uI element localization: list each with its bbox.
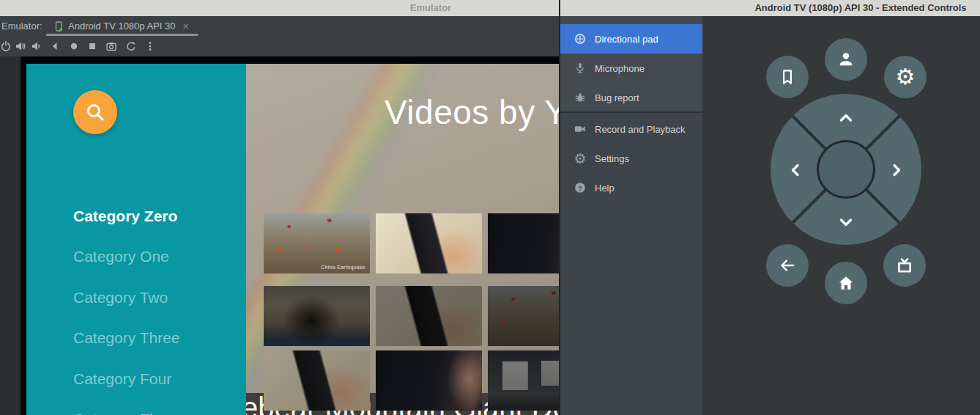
video-thumbnail[interactable]: [264, 350, 370, 411]
gear-icon: ⚙: [896, 66, 916, 88]
emulator-tab-bar: Emulator: Android TV 1080p API 30 ×: [0, 16, 560, 37]
emulator-tab[interactable]: Android TV 1080p API 30 ×: [53, 16, 198, 36]
emulator-screen-bezel: ebear Mountain Giant Double Fu... Videos…: [21, 56, 560, 415]
camera-icon: [105, 40, 117, 52]
menu-item-directional-pad[interactable]: Directional pad: [560, 24, 702, 54]
svg-text:?: ?: [578, 184, 582, 192]
category-item[interactable]: Category Four: [73, 370, 171, 388]
emulator-panel-label: Emulator:: [1, 21, 42, 32]
dpad-icon: [573, 32, 587, 46]
volume-up-icon: [15, 40, 26, 52]
category-item[interactable]: Category Three: [73, 329, 180, 347]
tv-button[interactable]: [883, 244, 926, 287]
android-tv-screen: ebear Mountain Giant Double Fu... Videos…: [26, 64, 560, 415]
extended-controls-menu: Directional pad Microphone: [560, 16, 702, 415]
volume-up-button[interactable]: [15, 40, 26, 52]
volume-down-icon: [31, 40, 42, 52]
home-button[interactable]: [825, 262, 867, 304]
chevron-up-icon: [837, 109, 855, 127]
emulator-toolbar: [0, 36, 560, 56]
dpad-down-button[interactable]: [837, 213, 855, 231]
dpad-right-button[interactable]: [888, 161, 905, 179]
bookmark-icon: [778, 67, 797, 87]
video-thumbnail[interactable]: [488, 350, 560, 411]
screenshot-button[interactable]: [105, 40, 117, 52]
video-thumbnail[interactable]: China Earthquake: [264, 213, 370, 273]
more-vert-icon: [144, 40, 156, 52]
video-thumbnail[interactable]: [264, 286, 370, 346]
back-button-remote[interactable]: [766, 244, 809, 287]
menu-divider: [560, 111, 702, 113]
bug-icon: [573, 90, 587, 105]
menu-item-help[interactable]: ? Help: [560, 173, 702, 202]
category-item[interactable]: Category Two: [73, 289, 168, 306]
video-thumbnail[interactable]: [376, 213, 482, 273]
dpad-left-button[interactable]: [787, 161, 804, 179]
rotate-icon: [125, 40, 137, 52]
menu-item-settings[interactable]: ⚙ Settings: [560, 144, 702, 173]
close-icon[interactable]: ×: [182, 21, 188, 32]
browse-title: Videos by Y: [385, 92, 560, 132]
more-button[interactable]: [144, 40, 156, 52]
category-item[interactable]: Category Zero: [73, 208, 177, 225]
bookmark-button[interactable]: [766, 56, 809, 98]
tv-icon: [894, 255, 915, 276]
chevron-left-icon: [787, 161, 804, 179]
video-thumbnail[interactable]: [376, 350, 482, 411]
person-icon: [836, 49, 856, 70]
video-thumbnail[interactable]: [376, 286, 482, 346]
emulator-window-title: Emulator: [293, 2, 568, 13]
emulator-tab-label: Android TV 1080p API 30: [68, 21, 175, 32]
dpad-up-button[interactable]: [837, 109, 855, 127]
device-icon: [53, 21, 64, 32]
extended-controls-window: Directional pad Microphone: [560, 16, 980, 415]
home-icon: [836, 273, 855, 293]
power-button[interactable]: [0, 40, 12, 52]
desktop: Emulator Android TV (1080p) API 30 - Ext…: [0, 0, 980, 415]
video-thumbnail[interactable]: [488, 213, 560, 273]
stop-icon: [86, 40, 98, 52]
profile-button[interactable]: [825, 38, 867, 81]
chevron-right-icon: [888, 161, 905, 179]
stop-button[interactable]: [86, 40, 98, 52]
record-icon: [68, 40, 80, 52]
video-thumbnail[interactable]: [488, 286, 560, 346]
microphone-icon: [573, 61, 587, 76]
power-icon: [0, 40, 12, 52]
settings-button[interactable]: ⚙: [884, 56, 927, 98]
back-button[interactable]: [49, 40, 61, 52]
menu-item-record-playback[interactable]: Record and Playback: [560, 114, 702, 144]
menu-item-bug-report[interactable]: Bug report: [560, 83, 702, 112]
directional-pad[interactable]: [771, 94, 921, 245]
search-button[interactable]: [73, 90, 117, 134]
thumbnail-watermark: China Earthquake: [321, 265, 365, 270]
back-arrow-icon: [778, 256, 797, 275]
dpad-center-button[interactable]: [817, 140, 875, 199]
tv-category-sidebar: Category Zero Category One Category Two …: [26, 64, 246, 415]
category-item[interactable]: Category Five: [73, 411, 169, 415]
gear-icon: ⚙: [573, 151, 587, 166]
search-icon: [84, 101, 106, 123]
tv-browse-content: ebear Mountain Giant Double Fu... Videos…: [246, 64, 560, 415]
videocam-icon: [573, 122, 587, 136]
chevron-down-icon: [837, 213, 855, 231]
volume-down-button[interactable]: [31, 40, 42, 52]
back-icon: [49, 40, 61, 52]
dpad-pane: ⚙: [702, 16, 980, 415]
extended-controls-window-title: Android TV (1080p) API 30 - Extended Con…: [741, 2, 980, 13]
menu-item-microphone[interactable]: Microphone: [560, 54, 702, 83]
category-item[interactable]: Category One: [73, 248, 169, 265]
help-icon: ?: [573, 180, 587, 195]
record-button[interactable]: [68, 40, 80, 52]
rotate-button[interactable]: [125, 40, 137, 52]
os-titlebar: Emulator Android TV (1080p) API 30 - Ext…: [0, 0, 980, 17]
